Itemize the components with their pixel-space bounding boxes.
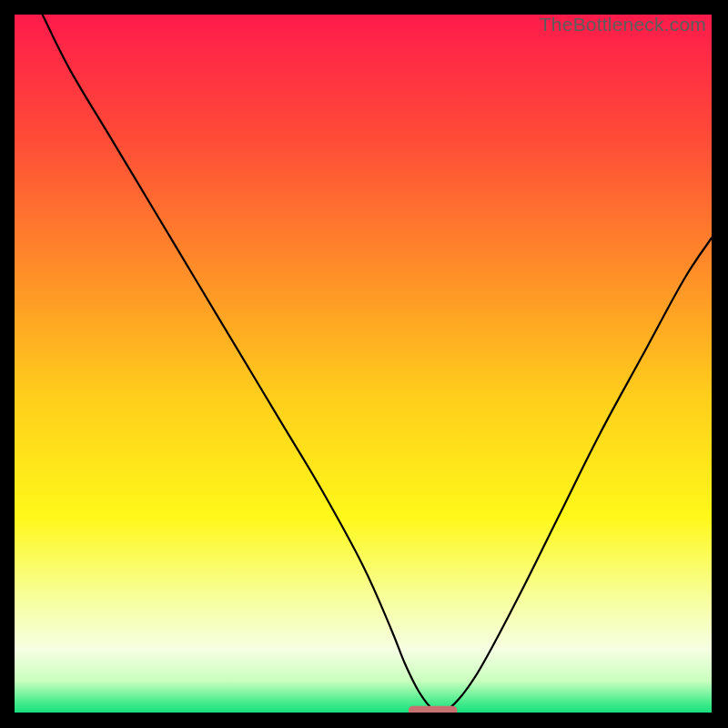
- watermark-text: TheBottleneck.com: [540, 14, 706, 35]
- chart-frame: TheBottleneck.com: [15, 15, 712, 713]
- bottleneck-chart: [15, 15, 712, 713]
- minimum-marker: [409, 706, 458, 713]
- gradient-background: [15, 15, 712, 713]
